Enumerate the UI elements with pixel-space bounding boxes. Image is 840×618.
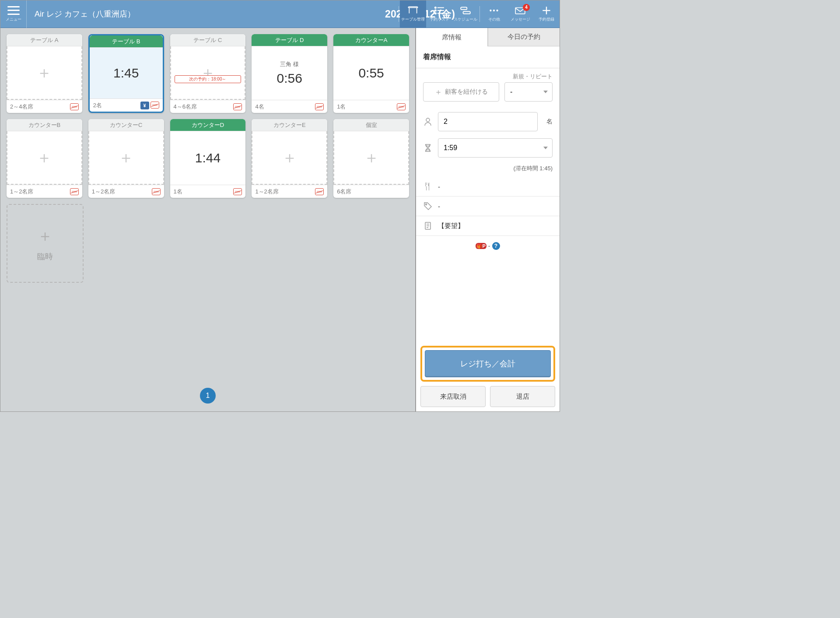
hourglass-icon xyxy=(423,144,433,152)
points-badge-icon: P xyxy=(476,243,486,249)
table-name: カウンターC xyxy=(88,119,164,131)
guests-input[interactable] xyxy=(438,112,538,131)
dots-icon xyxy=(488,6,500,15)
table-timer: 0:56 xyxy=(277,71,302,86)
svg-point-8 xyxy=(490,10,491,11)
schedule-icon xyxy=(460,6,471,15)
svg-point-14 xyxy=(426,118,430,122)
plus-icon: ＋ xyxy=(36,147,52,169)
table-card[interactable]: テーブル B1:452名¥ xyxy=(88,34,164,113)
plus-icon: ＋ xyxy=(282,147,298,169)
points-value: - xyxy=(488,242,490,249)
request-label: 【要望】 xyxy=(438,222,464,230)
help-icon[interactable]: ? xyxy=(492,242,500,250)
nav-messages[interactable]: 4 メッセージ xyxy=(507,0,533,28)
nav-schedule[interactable]: スケジュール xyxy=(452,0,479,28)
table-capacity: 6名席 xyxy=(337,188,351,196)
table-card[interactable]: カウンターA0:551名 xyxy=(333,34,409,113)
tab-today-reservations[interactable]: 今日の予約 xyxy=(488,28,560,46)
no-smoking-icon xyxy=(150,102,159,109)
table-card[interactable]: カウンターD1:441名 xyxy=(170,119,246,198)
svg-point-15 xyxy=(426,204,427,205)
table-card[interactable]: カウンターC＋1～2名席 xyxy=(88,119,164,198)
table-capacity: 1～2名席 xyxy=(92,188,115,196)
course-value: - xyxy=(438,183,440,190)
plus-icon: ＋ xyxy=(364,147,379,169)
table-card[interactable]: 個室＋6名席 xyxy=(333,119,409,198)
note-icon xyxy=(423,221,433,230)
table-card[interactable]: カウンターE＋1～2名席 xyxy=(252,119,327,198)
table-card[interactable]: テーブル D三角 様0:564名 xyxy=(252,34,327,113)
table-name: テーブル C xyxy=(170,34,246,46)
table-capacity: 4名 xyxy=(255,103,264,111)
table-capacity: 2名 xyxy=(93,102,102,109)
person-icon xyxy=(423,117,433,126)
no-smoking-icon xyxy=(315,188,324,195)
table-name: カウンターE xyxy=(252,119,327,131)
svg-point-2 xyxy=(435,10,436,11)
table-icon xyxy=(407,6,419,15)
tab-seat-info[interactable]: 席情報 xyxy=(416,28,488,46)
svg-rect-7 xyxy=(463,11,470,14)
table-name: カウンターD xyxy=(170,119,246,131)
menu-label: メニュー xyxy=(6,17,21,22)
plus-icon: ＋ xyxy=(118,147,134,169)
time-select[interactable]: 1:59 xyxy=(438,138,553,158)
table-timer: 1:45 xyxy=(113,66,139,81)
no-smoking-icon xyxy=(233,188,242,195)
stay-time-note: (滞在時間 1:45) xyxy=(416,163,560,177)
no-smoking-icon xyxy=(70,188,79,195)
message-badge: 4 xyxy=(523,4,530,11)
repeat-label: 新規・リピート xyxy=(416,73,560,82)
store-name: Air レジ カフェ（八重洲店） xyxy=(35,9,135,19)
table-name: カウンターA xyxy=(333,34,409,46)
table-timer: 0:55 xyxy=(358,66,384,81)
no-smoking-icon xyxy=(70,103,79,110)
nav-table-manage[interactable]: テーブル管理 xyxy=(400,0,426,28)
leave-button[interactable]: 退店 xyxy=(490,386,555,407)
menu-button[interactable]: メニュー xyxy=(0,0,27,28)
table-name: カウンターB xyxy=(7,119,82,131)
link-customer-button[interactable]: ＋顧客を紐付ける xyxy=(423,82,499,102)
table-card[interactable]: テーブル C＋次の予約：18:00～4～6名席 xyxy=(170,34,246,113)
table-name: テーブル D xyxy=(252,34,327,46)
table-capacity: 1名 xyxy=(174,188,182,196)
no-smoking-icon xyxy=(233,103,242,110)
next-reservation: 次の予約：18:00～ xyxy=(175,75,242,83)
svg-rect-6 xyxy=(461,7,467,9)
nav-add-reservation[interactable]: 予約登録 xyxy=(533,0,560,28)
checkout-highlight: レジ打ち／会計 xyxy=(420,346,555,382)
plus-icon: ＋ xyxy=(37,225,53,247)
table-capacity: 1名 xyxy=(337,103,346,111)
svg-point-0 xyxy=(435,7,436,8)
pager-current[interactable]: 1 xyxy=(200,388,216,404)
add-temp-table[interactable]: ＋ 臨時 xyxy=(7,204,84,283)
section-seating-info: 着席情報 xyxy=(416,46,560,68)
svg-point-10 xyxy=(496,10,498,11)
plus-icon xyxy=(541,6,552,15)
cancel-visit-button[interactable]: 来店取消 xyxy=(420,386,486,407)
table-name: テーブル B xyxy=(90,35,163,48)
repeat-select[interactable]: - xyxy=(504,82,553,102)
table-name: 個室 xyxy=(333,119,409,131)
plus-icon: ＋ xyxy=(36,62,52,84)
list-icon xyxy=(434,6,445,15)
checkout-button[interactable]: レジ打ち／会計 xyxy=(425,350,551,377)
table-card[interactable]: カウンターB＋1～2名席 xyxy=(7,119,82,198)
yen-badge-icon: ¥ xyxy=(140,102,149,109)
no-smoking-icon xyxy=(315,103,324,110)
table-timer: 1:44 xyxy=(195,151,220,165)
table-name: テーブル A xyxy=(7,34,82,46)
nav-other[interactable]: その他 xyxy=(481,0,507,28)
guest-name: 三角 様 xyxy=(280,60,299,68)
table-capacity: 2～4名席 xyxy=(10,103,33,111)
cutlery-icon xyxy=(423,182,433,191)
table-card[interactable]: テーブル A＋2～4名席 xyxy=(7,34,82,113)
svg-point-9 xyxy=(493,10,495,11)
nav-reservation-list[interactable]: 予約リスト xyxy=(426,0,452,28)
table-capacity: 4～6名席 xyxy=(174,103,197,111)
tag-value: - xyxy=(438,203,440,210)
no-smoking-icon xyxy=(397,103,406,110)
tag-icon xyxy=(423,202,433,211)
no-smoking-icon xyxy=(152,188,161,195)
